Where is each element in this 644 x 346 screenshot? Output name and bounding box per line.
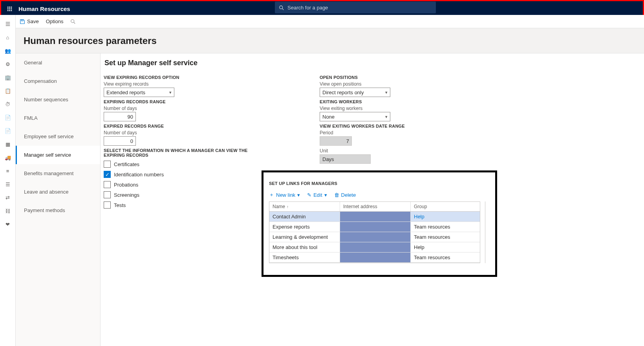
expired-days-input[interactable]: 0	[104, 136, 136, 146]
svg-rect-8	[11, 10, 12, 11]
delete-link-button[interactable]: 🗑 Delete	[334, 191, 356, 198]
rail-flow-icon[interactable]: ⇄	[0, 191, 16, 204]
checkbox-label: Identification numbers	[114, 172, 164, 178]
rail-home-icon[interactable]: ⌂	[0, 31, 16, 44]
section-title: EXPIRING RECORDS RANGE	[104, 99, 265, 104]
rail-doc-left-icon[interactable]: 📄	[0, 124, 16, 137]
col-internet-address[interactable]: Internet address	[340, 202, 411, 211]
table-header: Name↑ Internet address Group	[269, 202, 480, 212]
checkbox-label: Probations	[114, 182, 138, 188]
save-icon	[20, 18, 25, 25]
org-icon: 🏢	[5, 75, 11, 81]
expiring-days-input[interactable]: 90	[104, 112, 136, 121]
sidenav-item-benefits-management[interactable]: Benefits management	[16, 164, 100, 183]
table-row[interactable]: Expense reportsTeam resources	[269, 222, 480, 232]
field-label: View expiring records	[104, 81, 265, 87]
col-group[interactable]: Group	[411, 202, 480, 211]
rail-doc-right-icon[interactable]: 📄	[0, 111, 16, 124]
page-header: Human resources parameters	[16, 28, 644, 53]
field-label: Unit	[320, 148, 405, 154]
checkbox-certificates[interactable]: Certificates	[104, 159, 265, 169]
cell-group: Help	[411, 212, 480, 222]
view-expiring-records-select[interactable]: Extended reports ▾	[104, 88, 174, 97]
table-row[interactable]: TimesheetsTeam resources	[269, 253, 480, 263]
checkbox-tests[interactable]: Tests	[104, 200, 265, 210]
doc-left-icon: 📄	[5, 128, 11, 134]
new-link-button[interactable]: ＋ New link ▾	[269, 191, 300, 198]
table-row[interactable]: More about this toolHelp	[269, 242, 480, 253]
left-nav-rail: ⌂👥⚙🏢📋⏱📄📄▦🚚≡☰⇄⛓❤	[0, 15, 16, 346]
view-open-positions-select[interactable]: Direct reports only ▾	[320, 88, 390, 97]
sidenav-item-payment-methods[interactable]: Payment methods	[16, 201, 100, 220]
svg-rect-2	[11, 7, 12, 8]
links-toolbar: ＋ New link ▾ ✎ Edit ▾ 🗑 Delete	[269, 187, 490, 201]
svg-rect-0	[7, 7, 9, 8]
svg-point-9	[280, 6, 283, 9]
view-exiting-workers-select[interactable]: None ▾	[320, 112, 390, 121]
flow-icon: ⇄	[5, 195, 10, 201]
sidenav-item-number-sequences[interactable]: Number sequences	[16, 90, 100, 109]
section-title: SET UP LINKS FOR MANAGERS	[269, 181, 490, 186]
rail-list-center-icon[interactable]: ≡	[0, 164, 16, 178]
checkbox-identification-numbers[interactable]: ✓Identification numbers	[104, 169, 265, 179]
list-center-icon: ≡	[6, 168, 9, 174]
sidenav-item-fmla[interactable]: FMLA	[16, 109, 100, 127]
hamburger-button[interactable]	[0, 17, 16, 31]
rail-person-clock-icon[interactable]: ⏱	[0, 97, 16, 111]
heart-tag-icon: ❤	[5, 222, 10, 227]
cell-internet-address	[340, 212, 411, 222]
search-icon	[70, 18, 76, 25]
save-button[interactable]: Save	[20, 18, 39, 25]
cell-group: Help	[411, 242, 480, 252]
checkbox-label: Screenings	[114, 192, 139, 198]
edit-link-button[interactable]: ✎ Edit ▾	[307, 191, 327, 198]
table-row[interactable]: Contact AdminHelp	[269, 212, 480, 222]
save-label: Save	[27, 18, 39, 24]
sidenav-item-general[interactable]: General	[16, 53, 100, 72]
command-bar: Save Options	[16, 15, 644, 28]
chevron-down-icon: ▾	[169, 90, 172, 95]
bullets-icon: ☰	[5, 181, 10, 187]
table-scrollbar[interactable]	[485, 201, 490, 263]
svg-rect-1	[9, 7, 10, 8]
checkbox-icon: ✓	[104, 171, 111, 178]
rail-clipboard-icon[interactable]: 📋	[0, 84, 16, 97]
sidenav-item-employee-self-service[interactable]: Employee self service	[16, 127, 100, 146]
pencil-icon: ✎	[307, 192, 311, 198]
sidenav-item-compensation[interactable]: Compensation	[16, 72, 100, 90]
options-button[interactable]: Options	[46, 18, 64, 24]
table-row[interactable]: Learning & developmentTeam resources	[269, 232, 480, 242]
person-clock-icon: ⏱	[5, 101, 10, 107]
rail-heart-tag-icon[interactable]: ❤	[0, 218, 16, 231]
rail-tiles-icon[interactable]: ▦	[0, 137, 16, 151]
plus-icon: ＋	[269, 191, 274, 198]
rail-org-icon[interactable]: 🏢	[0, 71, 16, 84]
global-search[interactable]	[275, 2, 436, 13]
cell-name: Timesheets	[269, 253, 340, 262]
svg-line-13	[74, 22, 75, 24]
waffle-launcher[interactable]	[1, 5, 18, 12]
sidenav-item-manager-self-service[interactable]: Manager self service	[16, 146, 100, 164]
search-command[interactable]	[70, 18, 76, 25]
sidenav-item-leave-and-absence[interactable]: Leave and absence	[16, 183, 100, 201]
col-name[interactable]: Name↑	[269, 202, 340, 211]
rail-people-icon[interactable]: 👥	[0, 44, 16, 57]
home-icon: ⌂	[6, 35, 9, 40]
section-title: EXITING WORKERS	[320, 99, 405, 104]
checkbox-probations[interactable]: Probations	[104, 179, 265, 190]
content-heading: Set up Manager self service	[104, 59, 644, 67]
field-label: Number of days	[104, 130, 265, 135]
field-label: View open positions	[320, 81, 405, 87]
period-field-readonly: 7	[320, 136, 352, 146]
checkbox-label: Tests	[114, 202, 126, 208]
rail-truck-icon[interactable]: 🚚	[0, 151, 16, 164]
checkbox-screenings[interactable]: Screenings	[104, 190, 265, 200]
global-header: Human Resources	[1, 1, 643, 16]
rail-bullets-icon[interactable]: ☰	[0, 178, 16, 191]
doc-right-icon: 📄	[5, 115, 11, 121]
rail-person-settings-icon[interactable]: ⚙	[0, 57, 16, 71]
search-input[interactable]	[287, 5, 432, 11]
rail-hierarchy-icon[interactable]: ⛓	[0, 204, 16, 218]
people-icon: 👥	[5, 48, 11, 54]
chevron-down-icon: ▾	[297, 192, 300, 198]
